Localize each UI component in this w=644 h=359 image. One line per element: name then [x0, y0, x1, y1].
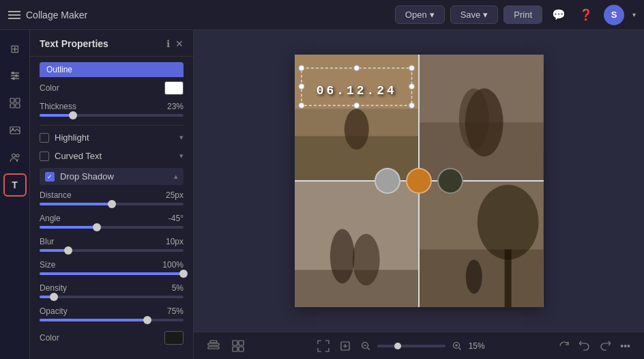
svg-rect-8 — [10, 104, 14, 108]
zoom-slider-thumb[interactable] — [394, 343, 401, 349]
zoom-out-icon[interactable] — [358, 339, 373, 354]
color-dot-3[interactable] — [437, 168, 463, 194]
svg-point-26 — [409, 103, 414, 109]
sidebar-item-grid[interactable] — [3, 91, 27, 115]
chevron-down-icon: ▾ — [430, 10, 435, 20]
drop-shadow-checkbox[interactable]: ✓ — [45, 172, 55, 182]
fit-icon[interactable] — [314, 337, 332, 355]
distance-label: Distance — [40, 190, 72, 200]
sidebar-item-text[interactable]: T — [3, 173, 27, 197]
bottom-toolbar: 15% ••• — [194, 332, 644, 359]
curved-text-checkbox[interactable] — [40, 152, 49, 161]
highlight-label: Highlight — [55, 132, 89, 143]
svg-rect-44 — [233, 341, 237, 345]
collage-frame[interactable]: 06.12.24 — [295, 55, 544, 307]
zoom-fit-icon[interactable] — [336, 337, 354, 355]
svg-point-3 — [12, 72, 14, 74]
curved-text-row[interactable]: Curved Text ▾ — [40, 147, 184, 165]
zoom-slider-track — [377, 345, 445, 347]
menu-icon[interactable] — [8, 11, 20, 19]
avatar[interactable]: S — [604, 5, 624, 25]
svg-text:06.12.24: 06.12.24 — [316, 84, 396, 98]
photo-cell-3 — [295, 182, 419, 307]
grid-view-icon[interactable] — [229, 337, 247, 355]
blur-thumb[interactable] — [64, 246, 72, 255]
sidebar-item-layers[interactable]: ⊞ — [3, 37, 27, 60]
highlight-checkbox[interactable] — [40, 133, 49, 143]
svg-rect-46 — [233, 347, 237, 351]
angle-row: Angle -45° — [40, 211, 184, 234]
density-label: Density — [40, 283, 67, 293]
thickness-thumb[interactable] — [69, 111, 77, 119]
print-button[interactable]: Print — [503, 5, 542, 24]
svg-point-21 — [409, 66, 414, 71]
sidebar-item-images[interactable] — [3, 119, 27, 142]
zoom-value: 15% — [469, 341, 489, 351]
toolbar-left — [205, 337, 247, 355]
density-header: Density 5% — [40, 283, 184, 293]
thickness-fill — [40, 114, 73, 117]
opacity-thumb[interactable] — [143, 316, 151, 324]
canvas-content[interactable]: 06.12.24 — [194, 30, 644, 332]
size-header: Size 100% — [40, 260, 184, 270]
color-dot-1[interactable] — [375, 168, 400, 194]
redo-icon[interactable] — [597, 338, 613, 354]
svg-point-35 — [352, 234, 379, 286]
size-label: Size — [40, 260, 55, 270]
highlight-row[interactable]: Highlight ▾ — [40, 128, 184, 147]
opacity-label: Opacity — [40, 306, 68, 316]
chat-icon[interactable]: 💬 — [549, 5, 568, 24]
outline-header[interactable]: Outline — [40, 62, 184, 77]
svg-point-23 — [409, 84, 414, 89]
topbar: Collage Maker Open ▾ Save ▾ Print 💬 ❓ S … — [0, 0, 644, 30]
color-label: Color — [40, 83, 59, 93]
size-track — [40, 272, 184, 275]
svg-rect-9 — [16, 104, 20, 108]
chevron-down-icon: ▾ — [483, 10, 488, 20]
zoom-in-icon[interactable] — [450, 339, 465, 354]
size-fill — [40, 272, 184, 275]
svg-point-20 — [298, 66, 304, 71]
color-swatch[interactable] — [164, 81, 184, 95]
svg-point-13 — [16, 154, 19, 157]
color-dots — [375, 168, 463, 194]
properties-header: Text Properties ℹ ✕ — [30, 30, 193, 57]
drop-shadow-header[interactable]: ✓ Drop Shadow ▴ — [40, 168, 184, 185]
sidebar-item-people[interactable] — [3, 146, 27, 169]
open-button[interactable]: Open ▾ — [395, 5, 445, 24]
opacity-header: Opacity 75% — [40, 306, 184, 316]
info-icon[interactable]: ℹ — [166, 38, 170, 49]
distance-header: Distance 25px — [40, 190, 184, 200]
angle-thumb[interactable] — [93, 223, 101, 231]
svg-point-4 — [15, 74, 18, 77]
save-button[interactable]: Save ▾ — [450, 5, 499, 24]
color-row: Color — [40, 77, 184, 99]
distance-thumb[interactable] — [108, 200, 116, 208]
svg-point-22 — [298, 84, 304, 89]
refresh-icon[interactable] — [556, 338, 572, 354]
drop-shadow-chevron-icon: ▴ — [174, 172, 178, 181]
svg-rect-6 — [10, 98, 14, 102]
more-icon[interactable]: ••• — [617, 338, 633, 354]
drop-shadow-label: Drop Shadow — [60, 171, 114, 182]
color-dot-2[interactable] — [406, 168, 432, 194]
app-title: Collage Maker — [26, 10, 87, 20]
size-thumb[interactable] — [179, 270, 188, 278]
layers-view-icon[interactable] — [205, 337, 222, 355]
help-icon[interactable]: ❓ — [576, 5, 596, 24]
avatar-chevron-icon[interactable]: ▾ — [632, 11, 636, 18]
distance-row: Distance 25px — [40, 188, 184, 211]
text-icon: T — [12, 180, 18, 190]
shadow-color-swatch[interactable] — [164, 331, 184, 345]
density-thumb[interactable] — [50, 293, 58, 301]
opacity-fill — [40, 319, 147, 321]
close-icon[interactable]: ✕ — [175, 38, 184, 49]
svg-rect-16 — [295, 55, 419, 109]
sidebar-item-adjust[interactable] — [3, 64, 27, 87]
density-row: Density 5% — [40, 281, 184, 304]
undo-icon[interactable] — [576, 338, 593, 354]
distance-track — [40, 203, 184, 205]
thickness-row: Thickness 23% — [40, 99, 184, 122]
svg-point-25 — [353, 103, 359, 109]
icon-sidebar: ⊞ T — [0, 30, 30, 359]
